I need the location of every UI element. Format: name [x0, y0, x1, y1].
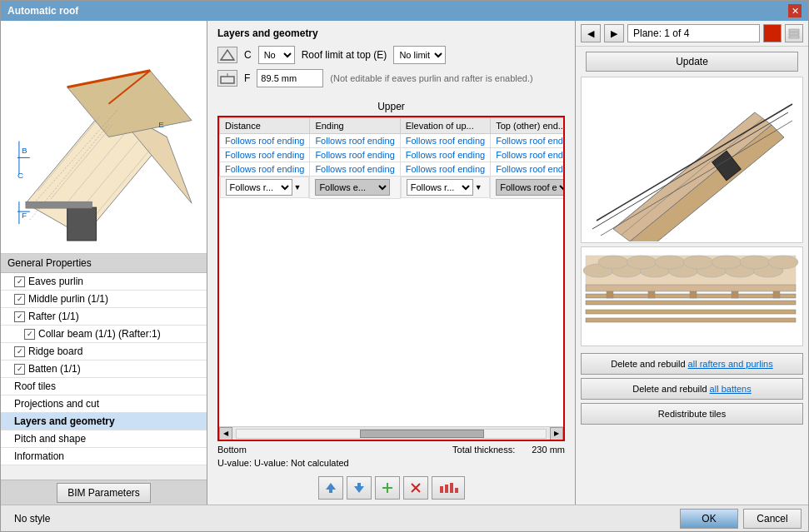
- close-button[interactable]: ✕: [788, 4, 802, 17]
- window-title: Automatic roof: [7, 5, 78, 17]
- dd-arrow-1[interactable]: ▼: [294, 183, 302, 191]
- row3-col1[interactable]: Follows roof ending: [220, 162, 310, 177]
- row3-col4[interactable]: Follows roof ending: [491, 162, 565, 177]
- move-down-button[interactable]: [347, 476, 372, 500]
- cancel-button[interactable]: Cancel: [743, 509, 802, 529]
- collar-beam-checkbox[interactable]: [24, 329, 35, 340]
- f-note: (Not editable if eaves purlin and rafter…: [330, 73, 532, 83]
- next-plane-button[interactable]: ▶: [604, 24, 624, 42]
- rafter-checkbox[interactable]: [14, 311, 25, 322]
- svg-rect-41: [789, 36, 799, 38]
- dd-select-3[interactable]: Follows r...: [407, 179, 473, 196]
- bim-parameters-button[interactable]: BIM Parameters: [57, 483, 151, 503]
- sidebar-item-eaves-purlin[interactable]: Eaves purlin: [1, 273, 207, 291]
- batten-checkbox[interactable]: [14, 364, 25, 375]
- c-icon: [217, 47, 237, 63]
- dd-select-1[interactable]: Follows r...: [226, 179, 292, 196]
- svg-marker-23: [221, 50, 234, 60]
- eaves-purlin-checkbox[interactable]: [14, 276, 25, 287]
- chart-button[interactable]: [432, 476, 465, 500]
- svg-point-66: [768, 256, 798, 269]
- sidebar-item-pitch-shape[interactable]: Pitch and shape: [1, 430, 207, 448]
- svg-rect-69: [586, 301, 796, 305]
- sidebar-item-roof-tiles[interactable]: Roof tiles: [1, 378, 207, 395]
- add-button[interactable]: [375, 476, 400, 500]
- svg-text:C: C: [17, 171, 23, 180]
- roof-limit-select[interactable]: No limit Limit: [393, 46, 446, 64]
- sidebar-item-layers-geometry[interactable]: Layers and geometry: [1, 413, 207, 430]
- data-table: Distance Ending Elevation of up... Top (…: [219, 117, 565, 199]
- color-button[interactable]: [763, 24, 782, 42]
- row3-col3[interactable]: Follows roof ending: [400, 162, 490, 177]
- svg-rect-42: [588, 79, 797, 241]
- scroll-thumb[interactable]: [360, 430, 483, 438]
- prev-plane-button[interactable]: ◀: [581, 24, 601, 42]
- row2-col3[interactable]: Follows roof ending: [400, 148, 490, 162]
- sidebar-item-batten[interactable]: Batten (1/1): [1, 360, 207, 378]
- svg-rect-38: [455, 488, 458, 493]
- c-select[interactable]: No Yes: [258, 46, 295, 64]
- layers-geometry-section: Layers and geometry C No Yes Roof lim: [207, 21, 575, 99]
- svg-rect-32: [382, 487, 392, 489]
- scroll-right-button[interactable]: ▶: [550, 427, 563, 440]
- sidebar-item-ridge-board[interactable]: Ridge board: [1, 343, 207, 360]
- layer-button[interactable]: [785, 24, 803, 42]
- diagram-area: B E C F: [1, 21, 207, 254]
- u-value-label: U-value: U-value: Not calculated: [217, 458, 349, 468]
- svg-point-63: [683, 256, 713, 269]
- delete-rebuild-rafters-button[interactable]: Delete and rebuild all rafters and purli…: [581, 353, 803, 375]
- form-row-c: C No Yes Roof limit at top (E) No limit …: [217, 46, 565, 64]
- scroll-track: [236, 429, 547, 439]
- move-up-button[interactable]: [318, 476, 343, 500]
- svg-marker-27: [326, 483, 336, 490]
- rafter-preview: [581, 77, 803, 243]
- svg-rect-71: [586, 318, 796, 322]
- row1-col3[interactable]: Follows roof ending: [400, 134, 490, 148]
- col-distance: Distance: [220, 118, 310, 134]
- redistribute-label: Redistribute tiles: [658, 409, 726, 419]
- nav-general-properties: General Properties: [1, 254, 207, 273]
- table-row: Follows roof ending Follows roof ending …: [220, 134, 566, 148]
- update-button[interactable]: Update: [586, 52, 798, 72]
- redistribute-button[interactable]: Redistribute tiles: [581, 403, 803, 425]
- row1-col1[interactable]: Follows roof ending: [220, 134, 310, 148]
- dd-select-4[interactable]: Follows roof e...: [496, 179, 565, 196]
- row1-col4[interactable]: Follows roof ending: [491, 134, 565, 148]
- sidebar-item-middle-purlin[interactable]: Middle purlin (1/1): [1, 291, 207, 308]
- roof-limit-label: Roof limit at top (E): [302, 49, 387, 61]
- svg-rect-28: [329, 490, 332, 493]
- rafters-blue-text: all rafters and purlins: [688, 359, 773, 369]
- dd-col1: Follows r... ▼: [220, 177, 310, 198]
- middle-purlin-checkbox[interactable]: [14, 294, 25, 305]
- f-label: F: [244, 72, 250, 84]
- row2-col4[interactable]: Follows roof ending: [491, 148, 565, 162]
- f-input[interactable]: 89.5 mm: [257, 69, 323, 87]
- delete-button[interactable]: [403, 476, 428, 500]
- dd-col4: Follows roof e...: [491, 177, 565, 199]
- dd-select-2[interactable]: Follows e...: [315, 179, 390, 196]
- scroll-left-button[interactable]: ◀: [219, 427, 232, 440]
- delete-rebuild-battens-button[interactable]: Delete and rebuild all battens: [581, 378, 803, 400]
- row2-col2[interactable]: Follows roof ending: [310, 148, 400, 162]
- svg-point-61: [627, 256, 657, 269]
- f-icon: [217, 70, 237, 87]
- svg-rect-25: [221, 77, 234, 83]
- dd-arrow-2[interactable]: ▼: [475, 183, 482, 191]
- row2-col1[interactable]: Follows roof ending: [220, 148, 310, 162]
- u-value-row: U-value: U-value: Not calculated: [207, 458, 575, 471]
- ok-button[interactable]: OK: [680, 509, 738, 529]
- bottom-info: Bottom Total thickness: 230 mm: [207, 441, 575, 458]
- row3-col2[interactable]: Follows roof ending: [310, 162, 400, 177]
- sidebar-item-rafter[interactable]: Rafter (1/1): [1, 308, 207, 326]
- total-thickness-label: Total thickness:: [452, 445, 515, 455]
- row1-col2[interactable]: Follows roof ending: [310, 134, 400, 148]
- svg-rect-30: [357, 483, 361, 486]
- sidebar-item-information[interactable]: Information: [1, 448, 207, 465]
- total-thickness-value: 230 mm: [532, 445, 565, 455]
- battens-blue-text: all battens: [710, 384, 752, 394]
- svg-rect-74: [690, 291, 697, 298]
- sidebar-item-projections[interactable]: Projections and cut: [1, 395, 207, 413]
- sidebar-item-collar-beam[interactable]: Collar beam (1/1) (Rafter:1): [1, 326, 207, 343]
- ridge-board-checkbox[interactable]: [14, 346, 25, 357]
- bottom-label: Bottom: [217, 445, 247, 455]
